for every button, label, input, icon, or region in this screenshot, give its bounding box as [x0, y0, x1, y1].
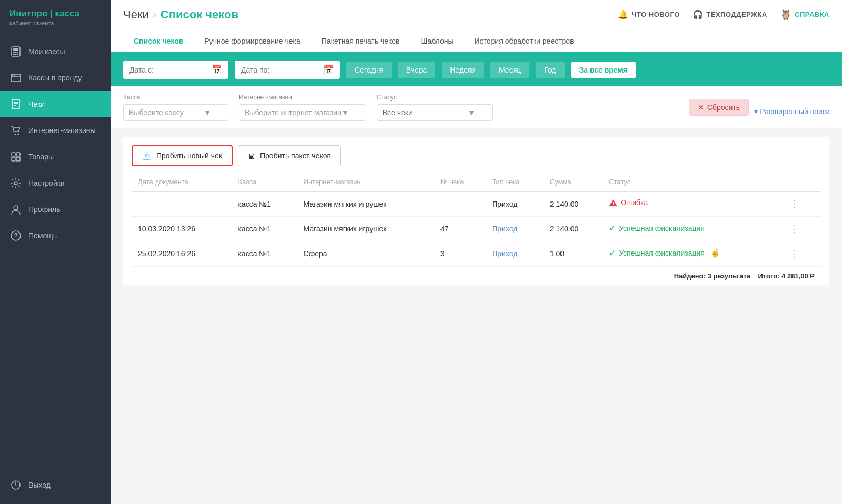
gear-icon: [9, 177, 22, 189]
reset-x-icon: ✕: [698, 103, 704, 112]
date-to-input[interactable]: 📅: [235, 61, 340, 79]
table-footer: Найдено: 3 результата Итого: 4 281,00 Р: [132, 266, 821, 285]
table-row: 25.02.2020 16:26 касса №1 Сфера 3 Приход…: [132, 241, 821, 266]
cell-date: —: [132, 191, 232, 217]
page-title: Чеки › Список чеков: [123, 8, 238, 22]
cell-shop: Сфера: [297, 241, 434, 266]
type-link[interactable]: Приход: [492, 225, 517, 233]
cell-type: Приход: [486, 191, 544, 217]
batch-check-button[interactable]: 🗎 Пробить пакет чеков: [238, 145, 341, 166]
svg-rect-18: [12, 153, 15, 156]
table-area: 🧾 Пробить новый чек 🗎 Пробить пакет чеко…: [123, 137, 829, 285]
svg-point-23: [14, 206, 18, 210]
date-from-input[interactable]: 📅: [123, 61, 228, 79]
svg-point-17: [18, 134, 19, 135]
content-area: Список чеков Ручное формирование чека Па…: [111, 29, 842, 504]
found-count: 3 результата: [708, 272, 751, 280]
hand-icon[interactable]: ☝: [710, 248, 720, 258]
sidebar-item-cheki[interactable]: Чеки: [0, 91, 111, 117]
status-value: Все чеки: [383, 108, 413, 117]
svg-rect-3: [15, 52, 17, 53]
calendar-to-icon[interactable]: 📅: [323, 65, 334, 75]
brand-text: Инитпро: [9, 8, 47, 18]
status-badge: ✓ Успешная фискализация: [609, 248, 705, 258]
status-dropdown-icon: ▼: [468, 108, 475, 117]
cell-type: Приход: [486, 217, 544, 241]
filter-month-button[interactable]: Месяц: [490, 62, 529, 78]
bell-icon: 🔔: [618, 9, 629, 19]
sidebar-item-goods[interactable]: Товары: [0, 144, 111, 170]
sidebar: Инитпро | касса кабинет клиента Мои касс…: [0, 0, 111, 504]
cell-status: ✓ Успешная фискализация ☝: [603, 241, 780, 264]
col-status: Статус: [603, 173, 780, 191]
row-menu-button[interactable]: ⋮: [787, 224, 803, 234]
cell-status: ✓ Успешная фискализация: [603, 217, 780, 239]
total-label: Итого:: [758, 272, 779, 280]
col-amount: Сумма: [544, 173, 603, 191]
col-number: № чека: [434, 173, 486, 191]
status-filter-group: Статус Все чеки ▼: [377, 94, 493, 121]
logout-button[interactable]: Выход: [9, 475, 101, 496]
cart-icon: [9, 124, 22, 137]
tab-history[interactable]: История обработки реестров: [464, 29, 584, 53]
support-button[interactable]: 🎧 ТЕХПОДДЕРЖКА: [693, 9, 767, 19]
row-menu-button[interactable]: ⋮: [787, 248, 803, 259]
person-icon: [9, 203, 22, 216]
tab-batch[interactable]: Пакетная печать чеков: [311, 29, 410, 53]
filter-yesterday-button[interactable]: Вчера: [398, 62, 436, 78]
col-actions: [780, 173, 821, 191]
sidebar-item-profile[interactable]: Профиль: [0, 196, 111, 223]
sidebar-item-label: Кассы в аренду: [28, 74, 82, 82]
filter-today-button[interactable]: Сегодня: [346, 62, 392, 78]
cell-type: Приход: [486, 241, 544, 266]
advanced-search-button[interactable]: ▾ Расширенный поиск: [754, 107, 829, 116]
tab-templates[interactable]: Шаблоны: [410, 29, 464, 53]
svg-rect-1: [13, 48, 18, 51]
topbar: Чеки › Список чеков 🔔 ЧТО НОВОГО 🎧 ТЕХПО…: [111, 0, 842, 29]
date-to-field[interactable]: [241, 66, 315, 74]
sidebar-item-shops[interactable]: Интернет-магазины: [0, 117, 111, 144]
help-button[interactable]: 🦉 СПРАВКА: [780, 9, 829, 21]
cell-menu: ⋮: [780, 191, 821, 217]
svg-point-16: [15, 134, 16, 135]
grid-icon: [9, 150, 22, 163]
filter-actions: ✕ Сбросить ▾ Расширенный поиск: [689, 99, 829, 116]
kassa-select[interactable]: Выберите кассу ▼: [123, 104, 228, 121]
svg-rect-0: [12, 47, 20, 56]
shop-select[interactable]: Выберите интернет-магазин ▼: [239, 104, 366, 121]
browser-icon: [9, 72, 22, 84]
sidebar-item-label: Чеки: [28, 100, 45, 108]
cell-amount: 2 140.00: [544, 191, 603, 217]
kassa-label: Касса: [123, 94, 228, 101]
current-page-title: Список чеков: [161, 8, 238, 22]
cell-shop: Магазин мягких игрушек: [297, 191, 434, 217]
sidebar-nav: Мои кассы Кассы в аренду: [0, 34, 111, 466]
date-from-field[interactable]: [129, 66, 203, 74]
reset-button[interactable]: ✕ Сбросить: [689, 99, 749, 116]
status-select[interactable]: Все чеки ▼: [377, 104, 493, 121]
filter-week-button[interactable]: Неделя: [442, 62, 484, 78]
filter-year-button[interactable]: Год: [536, 62, 564, 78]
sidebar-item-rent-kassy[interactable]: Кассы в аренду: [0, 65, 111, 91]
svg-rect-2: [13, 52, 15, 53]
calendar-from-icon[interactable]: 📅: [212, 65, 222, 75]
cell-kassa: касса №1: [232, 217, 297, 241]
sidebar-logo: Инитпро | касса кабинет клиента: [0, 0, 111, 34]
sidebar-item-settings[interactable]: Настройки: [0, 170, 111, 196]
status-badge: ! Ошибка: [609, 198, 648, 207]
question-icon: [9, 229, 22, 242]
tab-manual[interactable]: Ручное формирование чека: [194, 29, 311, 53]
svg-rect-7: [17, 54, 18, 55]
whats-new-button[interactable]: 🔔 ЧТО НОВОГО: [618, 9, 680, 19]
sidebar-item-my-kassy[interactable]: Мои кассы: [0, 38, 111, 65]
topbar-actions: 🔔 ЧТО НОВОГО 🎧 ТЕХПОДДЕРЖКА 🦉 СПРАВКА: [618, 9, 829, 21]
svg-rect-4: [17, 52, 18, 53]
new-check-button[interactable]: 🧾 Пробить новый чек: [132, 145, 233, 166]
checks-table: Дата документа Касса Интернет-магазин № …: [132, 173, 821, 266]
tab-list[interactable]: Список чеков: [123, 29, 194, 53]
filter-all-button[interactable]: За все время: [571, 62, 636, 78]
receipt-icon: [9, 98, 22, 110]
sidebar-item-help[interactable]: Помощь: [0, 223, 111, 249]
row-menu-button[interactable]: ⋮: [787, 199, 803, 209]
type-link[interactable]: Приход: [492, 249, 517, 258]
